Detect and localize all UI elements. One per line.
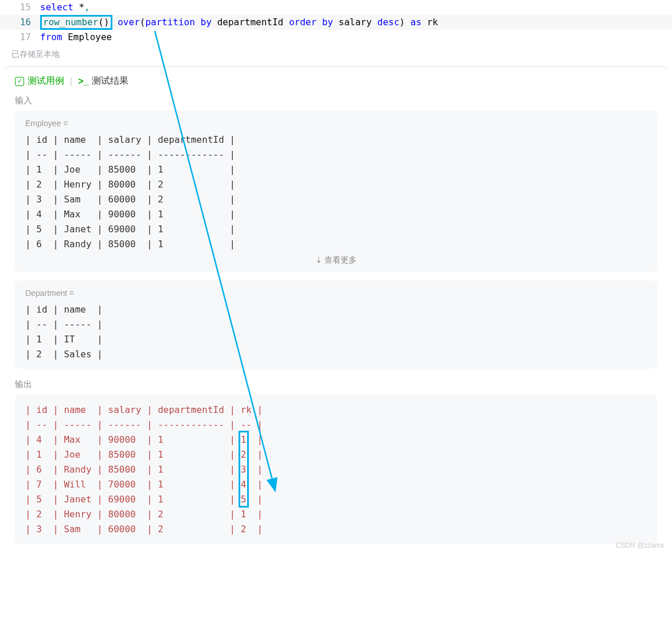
table-row: | 1 | Joe | 85000 | 1 | 2 | (25, 447, 647, 462)
table-row: | 6 | Randy | 85000 | 1 | (25, 237, 647, 252)
line-number: 17 (0, 30, 40, 45)
watermark: CSDN @zzamx (616, 541, 664, 549)
line-number: 15 (0, 0, 40, 15)
save-status: 已存储至本地 (0, 45, 672, 67)
output-label: 输出 (3, 377, 669, 395)
tab-label: 测试用例 (28, 75, 64, 87)
employee-input-block: Employee = | id | name | salary | depart… (15, 111, 657, 272)
table-separator: | -- | ----- | (25, 317, 647, 332)
table-row: | 1 | Joe | 85000 | 1 | (25, 162, 647, 177)
sql-editor[interactable]: 15 select *, 16 row_number() over(partit… (0, 0, 672, 45)
table-row: | 2 | Henry | 80000 | 2 | 1 | (25, 507, 647, 522)
tab-divider: | (70, 76, 72, 87)
table-row: | 3 | Sam | 60000 | 2 | (25, 192, 647, 207)
line-number: 16 (0, 15, 40, 30)
code-content[interactable]: row_number() over(partition by departmen… (40, 15, 438, 30)
table-row: | 1 | IT | (25, 332, 647, 347)
results-panel: ✓ 测试用例 | >_ 测试结果 输入 Employee = | id | na… (3, 67, 669, 544)
row-number-highlight: row_number() (40, 15, 112, 30)
table-row: | 6 | Randy | 85000 | 1 | 3 | (25, 462, 647, 477)
table-separator: | -- | ----- | ------ | ------------ | -… (25, 418, 647, 432)
table-header: | id | name | salary | departmentId | (25, 132, 647, 147)
table-row: | 5 | Janet | 69000 | 1 | 5 | (25, 492, 647, 507)
block-title: Department = (25, 288, 647, 298)
terminal-icon: >_ (78, 76, 88, 87)
code-content[interactable]: from Employee (40, 30, 112, 45)
tab-result[interactable]: >_ 测试结果 (78, 75, 128, 87)
department-input-block: Department = | id | name | | -- | ----- … (15, 280, 657, 369)
code-line[interactable]: 15 select *, (0, 0, 672, 15)
table-row: | 7 | Will | 70000 | 1 | 4 | (25, 477, 647, 492)
check-icon: ✓ (15, 77, 24, 86)
output-block: | id | name | salary | departmentId | rk… (15, 395, 657, 544)
code-content[interactable]: select *, (40, 0, 90, 15)
tab-label: 测试结果 (92, 75, 128, 87)
input-label: 输入 (3, 93, 669, 111)
code-line[interactable]: 16 row_number() over(partition by depart… (0, 15, 672, 30)
table-row: | 3 | Sam | 60000 | 2 | 2 | (25, 522, 647, 537)
block-title: Employee = (25, 119, 647, 128)
tabs-bar: ✓ 测试用例 | >_ 测试结果 (3, 67, 669, 93)
table-header: | id | name | (25, 302, 647, 317)
table-row: | 2 | Henry | 80000 | 2 | (25, 177, 647, 192)
code-line[interactable]: 17 from Employee (0, 30, 672, 45)
table-row: | 5 | Janet | 69000 | 1 | (25, 222, 647, 237)
table-row: | 4 | Max | 90000 | 1 | (25, 207, 647, 222)
table-separator: | -- | ----- | ------ | ------------ | (25, 147, 647, 162)
tab-testcase[interactable]: ✓ 测试用例 (15, 75, 64, 87)
table-header: | id | name | salary | departmentId | rk… (25, 403, 647, 418)
see-more-button[interactable]: 查看更多 (25, 252, 647, 266)
table-row: | 4 | Max | 90000 | 1 | 1 | (25, 432, 647, 447)
table-row: | 2 | Sales | (25, 347, 647, 362)
